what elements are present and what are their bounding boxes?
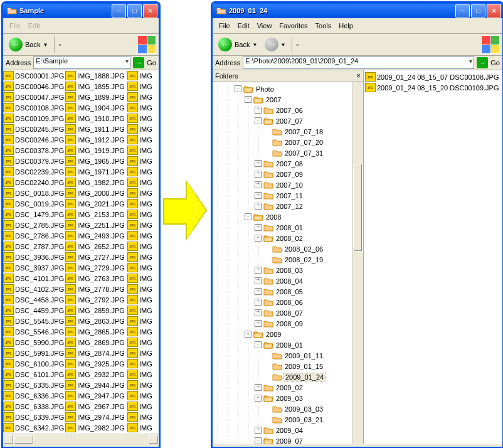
tree-node[interactable]: +2009_02 — [213, 382, 352, 393]
file-item[interactable]: JPGIMG_2932.JPG — [65, 369, 127, 380]
file-item[interactable]: JPGIMG_2974.JPG — [65, 412, 127, 422]
file-item[interactable]: JPGIMG — [127, 70, 155, 81]
menu-edit[interactable]: Edit — [234, 21, 253, 31]
file-item[interactable]: JPGDSC_6101.JPG — [3, 369, 65, 380]
file-item[interactable]: JPGIMG_1919.JPG — [65, 145, 127, 156]
menu-view[interactable]: View — [253, 21, 276, 31]
file-item[interactable]: JPGIMG — [127, 337, 155, 348]
expand-icon[interactable]: + — [255, 181, 262, 188]
expand-icon[interactable]: - — [255, 395, 262, 402]
file-item[interactable]: JPGIMG_2652.JPG — [65, 241, 127, 252]
expand-icon[interactable]: - — [255, 437, 262, 444]
file-item[interactable]: JPGIMG_2944.JPG — [65, 380, 127, 390]
expand-icon[interactable]: + — [255, 384, 262, 391]
expand-icon[interactable]: + — [255, 107, 262, 114]
minimize-button[interactable]: ─ — [455, 4, 470, 18]
file-item[interactable]: JPGIMG — [127, 262, 155, 273]
tree-node[interactable]: 2007_07_18 — [213, 126, 352, 137]
forward-button[interactable]: → ▼ — [262, 35, 289, 55]
tree-node[interactable]: +2008_09 — [213, 318, 352, 329]
file-item[interactable]: JPGIMG — [127, 145, 155, 156]
file-item[interactable]: JPGIMG — [127, 358, 155, 369]
file-item[interactable]: JPGIMG — [127, 401, 155, 412]
file-item[interactable]: JPGDSC_4102.JPG — [3, 284, 65, 294]
file-item[interactable]: JPGDSC_6339.JPG — [3, 412, 65, 422]
expand-icon[interactable]: + — [255, 320, 262, 327]
address-input[interactable]: E:\Sample — [33, 56, 130, 69]
expand-icon[interactable]: - — [245, 213, 251, 220]
file-item[interactable]: JPGDSC_2785.JPG — [3, 220, 65, 230]
expand-icon[interactable]: + — [255, 267, 262, 274]
expand-icon[interactable]: + — [255, 224, 262, 231]
expand-icon[interactable]: + — [255, 277, 262, 284]
file-item[interactable]: JPGIMG_1911.JPG — [65, 124, 127, 134]
file-item[interactable]: JPGDSC_3937.JPG — [3, 262, 65, 273]
menu-edit[interactable]: Edit — [24, 21, 44, 31]
tree-node[interactable]: -Photo — [213, 83, 352, 94]
file-item[interactable]: JPGDSC_1479.JPG — [3, 209, 65, 220]
menu-file[interactable]: File — [215, 21, 234, 31]
file-item[interactable]: JPGIMG — [127, 92, 155, 102]
file-item[interactable]: JPGIMG_1910.JPG — [65, 113, 127, 124]
file-item[interactable]: JPGIMG_2967.JPG — [65, 401, 127, 412]
file-item[interactable]: JPGDSC00001.JPG — [3, 70, 65, 81]
tree-node[interactable]: +2009_04 — [213, 425, 352, 435]
tree-node[interactable]: 2007_07_31 — [213, 147, 352, 158]
expand-icon[interactable]: + — [255, 288, 262, 295]
expand-icon[interactable]: + — [255, 309, 262, 316]
file-item[interactable]: JPGIMG_2251.JPG — [65, 220, 127, 230]
file-item[interactable]: JPGIMG — [127, 294, 155, 305]
file-item[interactable]: JPGIMG — [127, 305, 155, 316]
tree-node[interactable]: 2009_01_11 — [213, 350, 352, 361]
file-item[interactable]: JPGIMG_1895.JPG — [65, 81, 127, 92]
file-item[interactable]: JPGIMG — [127, 113, 155, 124]
file-item[interactable]: JPGIMG_2153.JPG — [65, 209, 127, 220]
file-item[interactable]: JPGIMG — [127, 230, 155, 241]
file-item[interactable]: JPGDSC00108.JPG — [3, 102, 65, 113]
file-item[interactable]: JPGDSC_5991.JPG — [3, 348, 65, 358]
file-item[interactable]: JPGIMG_2792.JPG — [65, 294, 127, 305]
menu-tools[interactable]: Tools — [312, 21, 336, 31]
file-item[interactable]: JPGIMG — [127, 81, 155, 92]
close-pane-icon[interactable]: × — [356, 72, 361, 80]
file-item[interactable]: JPGIMG — [127, 188, 155, 198]
back-button[interactable]: ← Back ▼ — [215, 35, 260, 55]
tree-node[interactable]: -2008_02 — [213, 233, 352, 243]
file-item[interactable]: JPGIMG_2021.JPG — [65, 198, 127, 209]
file-item[interactable]: JPGIMG — [127, 241, 155, 252]
file-item[interactable]: JPGDSC02240.JPG — [3, 177, 65, 188]
folder-tree[interactable]: -Photo-2007+2007_06-2007_072007_07_18200… — [213, 82, 352, 444]
file-item[interactable]: JPGIMG — [127, 422, 155, 433]
file-item[interactable]: JPGIMG — [127, 273, 155, 284]
file-item[interactable]: JPGDSC02239.JPG — [3, 166, 65, 177]
tree-node[interactable]: +2007_09 — [213, 169, 352, 179]
maximize-button[interactable]: □ — [471, 4, 485, 18]
file-item[interactable]: JPGIMG_2863.JPG — [65, 316, 127, 326]
file-item[interactable]: JPGDSC_0019.JPG — [3, 198, 65, 209]
expand-icon[interactable]: + — [255, 299, 262, 306]
menu-file[interactable]: File — [6, 21, 24, 31]
file-item[interactable]: JPGDSC_6335.JPG — [3, 380, 65, 390]
file-item[interactable]: JPGDSC00245.JPG — [3, 124, 65, 134]
file-item[interactable]: JPGDSC_4459.JPG — [3, 305, 65, 316]
tree-node[interactable]: 2008_02_19 — [213, 254, 352, 265]
titlebar[interactable]: Sample ─ □ ✕ — [3, 3, 159, 18]
tree-node[interactable]: -2009 — [213, 329, 352, 339]
tree-node[interactable]: 2008_02_06 — [213, 243, 352, 254]
file-item[interactable]: JPG2009_01_24 08_15_07 DSC00108.JPG — [365, 72, 501, 82]
file-item[interactable]: JPGDSC00109.JPG — [3, 113, 65, 124]
titlebar[interactable]: 2009_01_24 ─ □ ✕ — [213, 3, 502, 18]
file-item[interactable]: JPGIMG — [127, 348, 155, 358]
file-item[interactable]: JPGIMG — [127, 177, 155, 188]
expand-icon[interactable]: + — [255, 203, 262, 210]
tree-node[interactable]: -2009_07 — [213, 435, 352, 444]
tree-node[interactable]: +2008_04 — [213, 275, 352, 286]
file-item[interactable]: JPGIMG_2859.JPG — [65, 305, 127, 316]
file-item[interactable]: JPGIMG_1912.JPG — [65, 134, 127, 145]
file-item[interactable]: JPGIMG — [127, 134, 155, 145]
file-item[interactable]: JPGIMG_1888.JPG — [65, 70, 127, 81]
file-item[interactable]: JPGDSC00378.JPG — [3, 145, 65, 156]
tree-node[interactable]: -2009_01 — [213, 339, 352, 350]
file-item[interactable]: JPGIMG_1899.JPG — [65, 92, 127, 102]
minimize-button[interactable]: ─ — [112, 4, 126, 18]
